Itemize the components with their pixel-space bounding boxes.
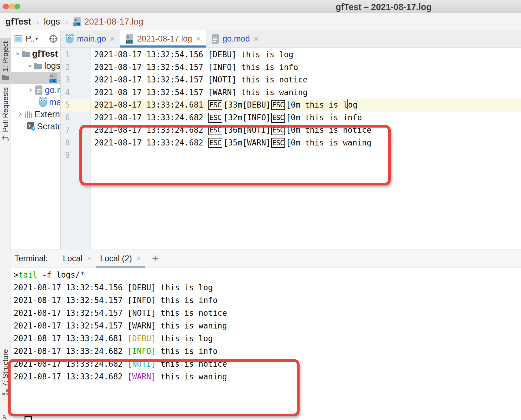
code-line[interactable]: 2021-08-17 13:32:54.157 [INFO] this is i… [91,61,521,74]
tree-item-label: External Libraries [35,109,60,119]
tool-button-structure[interactable]: 7: Structure [0,349,11,396]
crosshair-target-icon[interactable] [49,34,58,43]
code-line[interactable]: 2021-08-17 13:33:24.682 ESC[36m[NOTI]ESC… [91,124,521,137]
editor-tab-label: main.go [77,34,106,44]
chevron-right-icon[interactable] [16,112,24,117]
gopher-icon [39,97,49,107]
editor-tab-go-mod[interactable]: go.mod× [206,30,264,47]
terminal-line: 2021-08-17 13:32:54.156 [DEBU] this is l… [14,281,521,294]
tool-button-project[interactable]: 1: Project [0,38,11,84]
project-view-icon[interactable] [14,35,23,43]
svg-text:LOG: LOG [74,23,80,26]
folder-icon [22,50,32,57]
chevron-right-icon[interactable] [27,87,35,93]
zoom-window-button[interactable] [15,4,20,9]
terminal-text: 2021-08-17 13:32:54.157 [NOTI] this is n… [14,308,227,318]
editor-tab-label: 2021-08-17.log [137,34,192,44]
breadcrumb-project[interactable]: gfTest [5,17,31,27]
tree-item-label: logs [44,61,60,71]
tree-item-label: Scratches and Consoles [37,122,60,132]
line-number: 8 [61,137,90,149]
code-line[interactable]: 2021-08-17 13:32:54.156 [DEBU] this is l… [91,48,521,61]
terminal-line: 2021-08-17 13:33:24.682 [NOTI] this is n… [14,358,521,370]
tree-item-label: main.go [49,97,60,107]
terminal-text: > [14,270,18,279]
code-line[interactable]: 2021-08-17 13:32:54.157 [NOTI] this is n… [91,74,521,86]
line-number: 7 [61,124,90,137]
minimize-window-button[interactable] [9,4,15,9]
close-icon[interactable]: × [196,34,201,44]
close-window-button[interactable] [3,4,9,9]
editor-tab-label: go.mod [223,34,250,44]
close-icon[interactable]: × [254,34,259,44]
code-line[interactable] [91,149,521,162]
breadcrumb-file[interactable]: 2021-08-17.log [84,17,143,27]
text-caret [347,99,348,109]
editor-code-area[interactable]: 2021-08-17 13:32:54.156 [DEBU] this is l… [91,48,521,249]
terminal-text: 2021-08-17 13:32:54.157 [INFO] this is i… [14,296,217,305]
terminal-text: -f logs/ [37,270,80,279]
editor-tab-main-go[interactable]: main.go× [61,30,120,47]
tool-button-partial-label[interactable]: s [2,413,6,420]
escape-char-box: ESC [271,125,285,135]
go-file-icon [35,85,45,95]
tree-item-main-go[interactable]: main.go [11,96,60,108]
log-file-icon: LOG [125,34,134,44]
tree-item-scratches-and-consoles[interactable]: Scratches and Consoles [11,120,60,132]
editor-body: 123456789 2021-08-17 13:32:54.156 [DEBU]… [61,48,521,249]
terminal-line: 2021-08-17 13:33:24.682 [INFO] this is i… [14,345,521,358]
terminal-text: 2021-08-17 13:32:54.157 [WARN] this is w… [14,321,227,330]
code-line[interactable]: 2021-08-17 13:33:24.682 ESC[32m[INFO]ESC… [91,112,521,124]
tree-item-label: gfTest [32,49,58,59]
close-icon[interactable]: × [87,254,91,263]
terminal-tab-local-2[interactable]: Local (2) × [96,249,145,268]
window-title: gfTest – 2021-08-17.log [336,2,432,12]
terminal-panel: Terminal: Local × Local (2) × + >tail -f… [11,249,521,420]
terminal-line: 2021-08-17 13:32:54.157 [WARN] this is w… [14,319,521,332]
external-libraries-icon [24,110,35,118]
line-number: 6 [61,112,90,124]
terminal-output[interactable]: >tail -f logs/*2021-08-17 13:32:54.156 [… [11,268,521,383]
project-panel-title[interactable]: P.. [26,34,35,44]
escape-char-box: ESC [208,113,223,123]
code-line[interactable]: 2021-08-17 13:33:24.681 ESC[33m[DEBU]ESC… [91,99,521,112]
tree-item-external-libraries[interactable]: External Libraries [11,108,60,120]
structure-icon [2,389,9,396]
title-bar: gfTest – 2021-08-17.log [0,0,521,13]
terminal-header: Terminal: Local × Local (2) × + [11,249,521,268]
breadcrumb-separator: › [65,17,68,27]
terminal-tab-local[interactable]: Local × [59,249,96,268]
terminal-text: this is notice [156,359,227,368]
new-terminal-session-button[interactable]: + [152,252,158,265]
editor-tab-2021-08-17-log[interactable]: LOG2021-08-17.log× [120,30,206,47]
terminal-tab-label: Local (2) [100,254,132,263]
line-number: 5 [61,99,90,112]
tool-button-project-label: 1: Project [1,41,10,72]
line-number: 1 [61,48,90,61]
chevron-down-icon[interactable] [14,51,22,56]
breadcrumb-folder[interactable]: logs [44,17,60,27]
close-icon[interactable]: × [136,254,141,263]
chevron-down-icon[interactable]: ▾ [35,35,38,42]
active-terminal-tab-underline [96,266,145,268]
tree-item-2021-08-17-log[interactable]: LOG2021-08-17.log [11,72,60,84]
line-number: 3 [61,74,90,86]
terminal-text: 2021-08-17 13:33:24.682 [14,372,128,381]
terminal-text: 2021-08-17 13:32:54.156 [DEBU] this is l… [14,283,213,292]
tree-item-logs[interactable]: logs [11,60,60,72]
terminal-text: this is waning [156,372,227,381]
line-number: 9 [61,149,90,162]
escape-char-box: ESC [208,100,223,110]
tree-item-gftest[interactable]: gfTest [11,48,60,60]
pull-request-icon [2,135,9,142]
code-line[interactable]: 2021-08-17 13:33:24.682 ESC[35m[WARN]ESC… [91,137,521,149]
terminal-text-warning: [WARN] [128,372,156,381]
ide-window: gfTest – 2021-08-17.log gfTest › logs › … [0,0,521,420]
close-icon[interactable]: × [110,34,115,44]
tree-item-go-mod[interactable]: go.mod [11,84,60,96]
chevron-down-icon[interactable] [26,63,34,68]
tool-button-pull-requests[interactable]: Pull Requests [0,87,11,142]
terminal-cursor [25,416,32,420]
editor-zone: main.go×LOG2021-08-17.log×go.mod× 123456… [60,30,521,249]
code-line[interactable]: 2021-08-17 13:32:54.157 [WARN] this is w… [91,86,521,99]
